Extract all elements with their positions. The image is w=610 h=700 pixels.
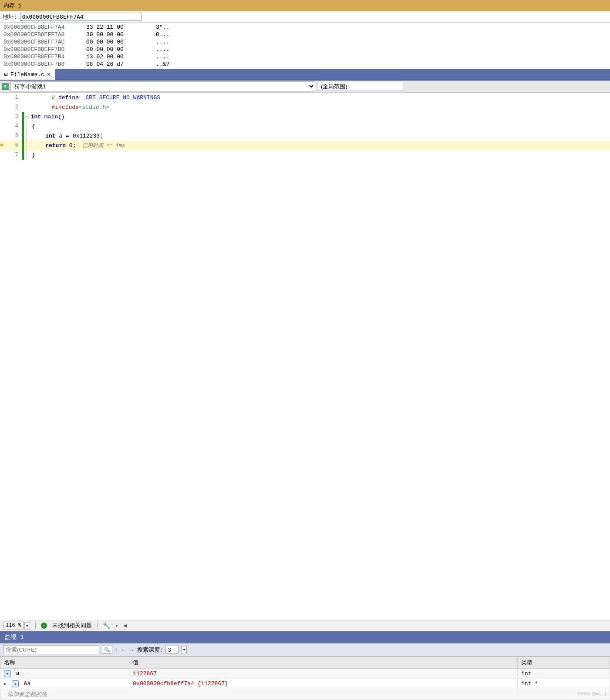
watch-col-value: 值 (129, 657, 518, 669)
collapse-icon-3[interactable]: ⊟ (27, 114, 30, 120)
watch-value-addr-a-text: 0x000000cfb8eff7a4 {1122867} (133, 680, 228, 687)
main-layout: 内存 1 地址: 0x000000CFB8EFF7A433 22 11 003″… (0, 0, 610, 700)
watch-window: 监视 1 🔍 | ← → 搜索深度: ▾ 名称 值 类型 ◈ (0, 631, 610, 700)
current-line-arrow: ⇒ (0, 141, 3, 150)
watch-expand-btn[interactable]: ▶ (4, 682, 7, 687)
code-line-3: 3 ⊟int main() (0, 112, 610, 121)
dropdown-arrow[interactable]: ▾ (115, 623, 118, 629)
indent-bar-4 (24, 121, 29, 131)
memory-row-chars: .... (156, 46, 169, 53)
memory-row-chars: ..&? (156, 61, 169, 67)
memory-row: 0x000000CFB8EFF7B413 02 00 00.... (0, 53, 610, 61)
scope-input[interactable] (317, 82, 404, 91)
memory-row-bytes: 08 04 26 d7 (86, 61, 147, 67)
watch-name-addr-a: ▶ ◈ &a (0, 679, 129, 689)
watch-row-add-hint[interactable]: 添加要监视的项 (0, 689, 610, 700)
wrench-icon[interactable]: 🔧 (103, 622, 110, 629)
gutter-2: 2 (0, 102, 22, 112)
macro-name: _CRT_SECURE_NO_WARNINGS (82, 94, 160, 101)
watch-name-a: ◈ a (0, 669, 129, 679)
memory-address-label: 地址: (3, 13, 17, 21)
gutter-3: 3 (0, 112, 22, 121)
include-kw: #include (51, 104, 78, 111)
zoom-dropdown-btn[interactable]: ▾ (24, 622, 30, 629)
memory-row: 0x000000CFB8EFF7AC00 00 00 00.... (0, 38, 610, 46)
indent-bar-6 (24, 141, 29, 150)
lines-container: 1 # define _CRT_SECURE_NO_WARNINGS 2 #in… (0, 93, 610, 620)
memory-row-bytes: 33 22 11 00 (86, 24, 147, 30)
memory-row-addr: 0x000000CFB8EFF7AC (3, 39, 86, 45)
csdn-watermark: CSDN @mc_1 (578, 691, 607, 697)
watch-var-icon-addr-a: ◈ (12, 680, 19, 687)
code-content-6: return 0; 已用时间 <= 1ms (29, 141, 610, 150)
indent-bar-7 (24, 150, 29, 160)
memory-row-addr: 0x000000CFB8EFF7B4 (3, 54, 86, 60)
watch-value-a: 1122867 (129, 669, 518, 679)
code-content-3: ⊟int main() (24, 112, 610, 121)
code-content-5: int a = 0x112233; (29, 131, 610, 141)
return-kw: return (45, 142, 69, 149)
watch-row-a: ◈ a 1122867 int (0, 669, 610, 679)
memory-title: 内存 1 (0, 0, 610, 11)
watch-depth-dropdown[interactable]: ▾ (181, 646, 187, 653)
code-area: 1 # define _CRT_SECURE_NO_WARNINGS 2 #in… (0, 93, 610, 620)
memory-row-chars: 3″.. (156, 24, 169, 30)
memory-window: 内存 1 地址: 0x000000CFB8EFF7A433 22 11 003″… (0, 0, 610, 69)
watch-depth-label: 搜索深度: (137, 646, 163, 654)
editor-tabs: ⊟ FileName.c × (0, 69, 610, 81)
memory-row-chars: 0... (156, 31, 169, 38)
memory-row: 0x000000CFB8EFF7B808 04 26 d7..&? (0, 61, 610, 68)
memory-address-bar: 地址: (0, 11, 610, 23)
watch-nav-forward[interactable]: → (129, 646, 135, 653)
gutter-7: 7 (0, 150, 22, 160)
watch-value-a-text: 1122867 (133, 670, 157, 677)
code-content-4: { (29, 121, 610, 131)
main-func: main (44, 114, 58, 120)
editor-container: ⊟ FileName.c × ⊞ 猜字小游戏1 1 # define _CRT_… (0, 69, 610, 631)
gutter-5: 5 (0, 131, 22, 141)
int-kw-5: int (45, 133, 59, 139)
memory-row-bytes: 00 00 00 00 (86, 39, 147, 45)
code-line-1: 1 # define _CRT_SECURE_NO_WARNINGS (0, 93, 610, 102)
code-line-7: 7 } (0, 150, 610, 160)
memory-row: 0x000000CFB8EFF7B000 00 00 00.... (0, 46, 610, 53)
watch-var-icon-a: ◈ (4, 670, 11, 677)
memory-row-addr: 0x000000CFB8EFF7B8 (3, 61, 86, 67)
func-icon: ⊞ (2, 83, 9, 90)
scroll-left-btn[interactable]: ◀ (123, 622, 127, 629)
watch-type-a: int (517, 669, 610, 679)
status-divider-1 (35, 622, 36, 629)
search-divider: | (115, 647, 118, 653)
paren-3: () (58, 114, 65, 120)
memory-address-input[interactable] (20, 13, 142, 21)
gutter-1: 1 (0, 93, 22, 102)
editor-tab-filename[interactable]: ⊟ FileName.c × (0, 69, 55, 80)
watch-nav-back[interactable]: ← (121, 646, 126, 653)
watch-depth-input[interactable] (165, 646, 179, 654)
int-kw-3: int (31, 114, 44, 120)
memory-row-addr: 0x000000CFB8EFF7B0 (3, 46, 86, 53)
tab-pin-icon: ⊟ (4, 71, 8, 78)
define-hash: # (24, 94, 58, 101)
watch-row-addr-a: ▶ ◈ &a 0x000000cfb8eff7a4 {1122867} int … (0, 679, 610, 689)
memory-row-bytes: 30 00 00 00 (86, 31, 147, 38)
watch-col-type: 类型 (517, 657, 610, 669)
memory-row-bytes: 00 00 00 00 (86, 46, 147, 53)
memory-rows: 0x000000CFB8EFF7A433 22 11 003″..0x00000… (0, 23, 610, 69)
watch-type-addr-a: int * (517, 679, 610, 689)
watch-search-input[interactable] (3, 645, 99, 654)
watch-add-hint[interactable]: 添加要监视的项 (0, 689, 610, 700)
define-kw: define (58, 94, 82, 101)
func-dropdown[interactable]: 猜字小游戏1 (10, 81, 315, 91)
tab-filename-label: FileName.c (10, 71, 44, 78)
watch-search-btn[interactable]: 🔍 (102, 646, 112, 654)
status-text: 未找到相关问题 (52, 622, 92, 629)
gutter-4: 4 (0, 121, 22, 131)
code-line-6: ⇒ 6 return 0; 已用时间 <= 1ms (0, 141, 610, 150)
close-brace: } (32, 152, 35, 158)
tab-close-icon[interactable]: × (47, 71, 51, 78)
code-line-2: 2 #include<stdio.h> (0, 102, 610, 112)
status-check-icon: ✓ (41, 623, 47, 629)
memory-row-addr: 0x000000CFB8EFF7A4 (3, 24, 86, 30)
watch-title: 监视 1 (0, 631, 610, 643)
